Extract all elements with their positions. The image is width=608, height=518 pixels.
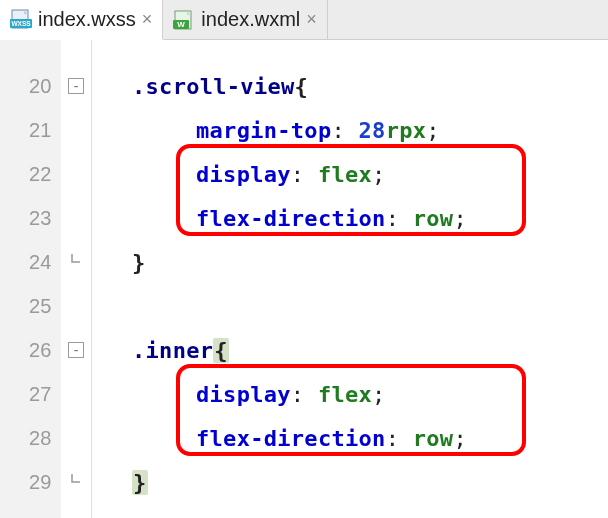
code-line[interactable] (92, 284, 608, 328)
line-number-column: 20 21 22 23 24 25 26 27 28 29 (0, 40, 61, 518)
code-line[interactable]: display: flex; (92, 152, 608, 196)
code-line[interactable]: } (92, 240, 608, 284)
line-number[interactable]: 28 (0, 416, 61, 460)
line-number[interactable]: 27 (0, 372, 61, 416)
code-line[interactable]: flex-direction: row; (92, 196, 608, 240)
editor: 20 21 22 23 24 25 26 27 28 29 - - (0, 40, 608, 518)
fold-toggle-icon[interactable]: - (68, 78, 84, 94)
fold-end-icon (68, 474, 84, 490)
wxml-file-icon: W (173, 10, 195, 30)
line-number[interactable]: 25 (0, 284, 61, 328)
code-line[interactable]: margin-top: 28rpx; (92, 108, 608, 152)
close-icon[interactable]: × (306, 9, 317, 30)
tab-index-wxss[interactable]: WXSS index.wxss × (0, 0, 163, 40)
ide-window: WXSS index.wxss × W index.wxml × 20 21 2… (0, 0, 608, 518)
code-area[interactable]: .scroll-view { margin-top: 28rpx; displa… (92, 40, 608, 518)
line-number[interactable]: 26 (0, 328, 61, 372)
line-number[interactable]: 29 (0, 460, 61, 504)
code-line[interactable]: .inner { (92, 328, 608, 372)
line-number[interactable]: 21 (0, 108, 61, 152)
gutter: 20 21 22 23 24 25 26 27 28 29 - - (0, 40, 92, 518)
wxss-file-icon: WXSS (10, 9, 32, 29)
tab-label: index.wxss (38, 8, 136, 31)
code-line[interactable]: } (92, 460, 608, 504)
line-number[interactable]: 24 (0, 240, 61, 284)
tab-index-wxml[interactable]: W index.wxml × (163, 0, 327, 39)
fold-column: - - (61, 40, 91, 518)
tab-label: index.wxml (201, 8, 300, 31)
line-number[interactable]: 20 (0, 64, 61, 108)
fold-toggle-icon[interactable]: - (68, 342, 84, 358)
svg-text:W: W (178, 20, 186, 29)
line-number[interactable]: 22 (0, 152, 61, 196)
line-number[interactable]: 23 (0, 196, 61, 240)
close-icon[interactable]: × (142, 9, 153, 30)
svg-text:WXSS: WXSS (11, 20, 31, 27)
tab-bar: WXSS index.wxss × W index.wxml × (0, 0, 608, 40)
code-line[interactable]: .scroll-view { (92, 64, 608, 108)
fold-end-icon (68, 254, 84, 270)
code-line[interactable]: flex-direction: row; (92, 416, 608, 460)
code-line[interactable]: display: flex; (92, 372, 608, 416)
